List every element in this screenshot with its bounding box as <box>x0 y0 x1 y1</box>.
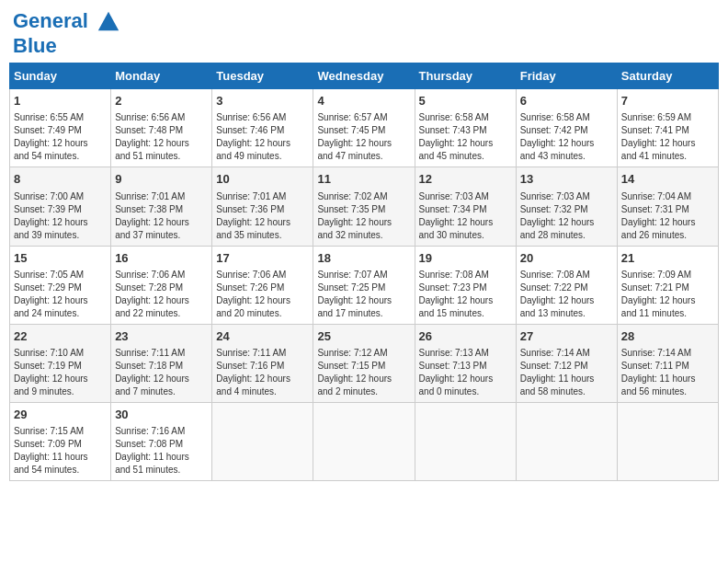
calendar-cell: 2Sunrise: 6:56 AMSunset: 7:48 PMDaylight… <box>111 89 212 167</box>
calendar-cell: 28Sunrise: 7:14 AMSunset: 7:11 PMDayligh… <box>617 324 718 402</box>
day-number: 14 <box>621 171 714 188</box>
calendar-table: SundayMondayTuesdayWednesdayThursdayFrid… <box>9 63 719 481</box>
day-info: Sunrise: 7:09 AMSunset: 7:21 PMDaylight:… <box>621 269 714 320</box>
day-number: 6 <box>520 93 613 109</box>
logo-text: General <box>13 9 121 35</box>
calendar-cell: 6Sunrise: 6:58 AMSunset: 7:42 PMDaylight… <box>516 89 617 167</box>
calendar-cell: 14Sunrise: 7:04 AMSunset: 7:31 PMDayligh… <box>617 167 718 246</box>
day-info: Sunrise: 7:05 AMSunset: 7:29 PMDaylight:… <box>14 269 107 320</box>
calendar-cell <box>212 402 313 480</box>
day-info: Sunrise: 7:10 AMSunset: 7:19 PMDaylight:… <box>14 347 107 398</box>
calendar-week-row: 29Sunrise: 7:15 AMSunset: 7:09 PMDayligh… <box>10 402 719 480</box>
day-number: 5 <box>419 93 512 109</box>
weekday-header: Wednesday <box>313 63 415 89</box>
day-number: 13 <box>520 171 613 188</box>
day-number: 23 <box>115 328 208 345</box>
day-info: Sunrise: 7:11 AMSunset: 7:16 PMDaylight:… <box>216 347 309 398</box>
day-info: Sunrise: 6:56 AMSunset: 7:46 PMDaylight:… <box>216 111 309 163</box>
day-number: 2 <box>115 93 208 109</box>
calendar-cell: 11Sunrise: 7:02 AMSunset: 7:35 PMDayligh… <box>313 167 415 246</box>
day-info: Sunrise: 7:12 AMSunset: 7:15 PMDaylight:… <box>317 347 410 398</box>
day-number: 7 <box>621 93 714 109</box>
calendar-cell <box>415 402 516 480</box>
day-number: 24 <box>216 328 309 345</box>
day-info: Sunrise: 7:03 AMSunset: 7:32 PMDaylight:… <box>520 190 613 242</box>
day-info: Sunrise: 6:57 AMSunset: 7:45 PMDaylight:… <box>317 111 410 163</box>
day-info: Sunrise: 6:56 AMSunset: 7:48 PMDaylight:… <box>115 111 208 163</box>
calendar-cell: 21Sunrise: 7:09 AMSunset: 7:21 PMDayligh… <box>617 246 718 324</box>
day-info: Sunrise: 7:15 AMSunset: 7:09 PMDaylight:… <box>14 425 107 477</box>
calendar-week-row: 1Sunrise: 6:55 AMSunset: 7:49 PMDaylight… <box>10 89 719 167</box>
day-info: Sunrise: 7:01 AMSunset: 7:38 PMDaylight:… <box>115 190 208 242</box>
logo: General Blue <box>13 9 121 57</box>
day-number: 16 <box>115 250 208 267</box>
day-info: Sunrise: 7:14 AMSunset: 7:12 PMDaylight:… <box>520 347 613 398</box>
calendar-cell: 18Sunrise: 7:07 AMSunset: 7:25 PMDayligh… <box>313 246 415 324</box>
day-info: Sunrise: 7:02 AMSunset: 7:35 PMDaylight:… <box>317 190 410 242</box>
day-number: 22 <box>14 328 107 345</box>
calendar-cell: 13Sunrise: 7:03 AMSunset: 7:32 PMDayligh… <box>516 167 617 246</box>
calendar-cell: 12Sunrise: 7:03 AMSunset: 7:34 PMDayligh… <box>415 167 516 246</box>
calendar-cell: 16Sunrise: 7:06 AMSunset: 7:28 PMDayligh… <box>111 246 212 324</box>
svg-marker-0 <box>98 12 119 31</box>
calendar-cell: 4Sunrise: 6:57 AMSunset: 7:45 PMDaylight… <box>313 89 415 167</box>
day-number: 15 <box>14 250 107 267</box>
calendar-cell: 19Sunrise: 7:08 AMSunset: 7:23 PMDayligh… <box>415 246 516 324</box>
calendar-cell: 27Sunrise: 7:14 AMSunset: 7:12 PMDayligh… <box>516 324 617 402</box>
calendar-cell <box>617 402 718 480</box>
day-info: Sunrise: 7:16 AMSunset: 7:08 PMDaylight:… <box>115 425 208 477</box>
weekday-header: Tuesday <box>212 63 313 89</box>
day-info: Sunrise: 7:01 AMSunset: 7:36 PMDaylight:… <box>216 190 309 242</box>
calendar-week-row: 8Sunrise: 7:00 AMSunset: 7:39 PMDaylight… <box>10 167 719 246</box>
weekday-header: Thursday <box>415 63 516 89</box>
day-number: 28 <box>621 328 714 345</box>
day-number: 21 <box>621 250 714 267</box>
day-info: Sunrise: 7:00 AMSunset: 7:39 PMDaylight:… <box>14 190 107 242</box>
calendar-cell: 5Sunrise: 6:58 AMSunset: 7:43 PMDaylight… <box>415 89 516 167</box>
calendar-cell: 1Sunrise: 6:55 AMSunset: 7:49 PMDaylight… <box>10 89 111 167</box>
day-info: Sunrise: 7:08 AMSunset: 7:23 PMDaylight:… <box>419 269 512 320</box>
day-number: 25 <box>317 328 410 345</box>
day-info: Sunrise: 7:13 AMSunset: 7:13 PMDaylight:… <box>419 347 512 398</box>
day-number: 8 <box>14 171 107 188</box>
calendar-cell: 26Sunrise: 7:13 AMSunset: 7:13 PMDayligh… <box>415 324 516 402</box>
calendar-cell: 8Sunrise: 7:00 AMSunset: 7:39 PMDaylight… <box>10 167 111 246</box>
page-header: General Blue <box>9 9 719 57</box>
calendar-cell: 25Sunrise: 7:12 AMSunset: 7:15 PMDayligh… <box>313 324 415 402</box>
day-number: 4 <box>317 93 410 109</box>
calendar-cell: 23Sunrise: 7:11 AMSunset: 7:18 PMDayligh… <box>111 324 212 402</box>
day-info: Sunrise: 7:04 AMSunset: 7:31 PMDaylight:… <box>621 190 714 242</box>
day-info: Sunrise: 7:11 AMSunset: 7:18 PMDaylight:… <box>115 347 208 398</box>
calendar-cell: 29Sunrise: 7:15 AMSunset: 7:09 PMDayligh… <box>10 402 111 480</box>
day-number: 26 <box>419 328 512 345</box>
day-number: 27 <box>520 328 613 345</box>
day-info: Sunrise: 7:14 AMSunset: 7:11 PMDaylight:… <box>621 347 714 398</box>
day-number: 11 <box>317 171 410 188</box>
day-number: 29 <box>14 407 107 423</box>
day-number: 17 <box>216 250 309 267</box>
calendar-cell <box>313 402 415 480</box>
day-info: Sunrise: 7:03 AMSunset: 7:34 PMDaylight:… <box>419 190 512 242</box>
calendar-cell: 3Sunrise: 6:56 AMSunset: 7:46 PMDaylight… <box>212 89 313 167</box>
day-number: 1 <box>14 93 107 109</box>
day-info: Sunrise: 6:58 AMSunset: 7:43 PMDaylight:… <box>419 111 512 163</box>
calendar-week-row: 22Sunrise: 7:10 AMSunset: 7:19 PMDayligh… <box>10 324 719 402</box>
day-info: Sunrise: 6:55 AMSunset: 7:49 PMDaylight:… <box>14 111 107 163</box>
day-number: 20 <box>520 250 613 267</box>
day-info: Sunrise: 6:59 AMSunset: 7:41 PMDaylight:… <box>621 111 714 163</box>
day-number: 18 <box>317 250 410 267</box>
day-info: Sunrise: 7:08 AMSunset: 7:22 PMDaylight:… <box>520 269 613 320</box>
day-info: Sunrise: 7:07 AMSunset: 7:25 PMDaylight:… <box>317 269 410 320</box>
weekday-header: Saturday <box>617 63 718 89</box>
logo-blue: Blue <box>13 35 121 57</box>
day-number: 9 <box>115 171 208 188</box>
calendar-week-row: 15Sunrise: 7:05 AMSunset: 7:29 PMDayligh… <box>10 246 719 324</box>
calendar-cell: 24Sunrise: 7:11 AMSunset: 7:16 PMDayligh… <box>212 324 313 402</box>
weekday-header: Monday <box>111 63 212 89</box>
day-number: 10 <box>216 171 309 188</box>
calendar-cell: 30Sunrise: 7:16 AMSunset: 7:08 PMDayligh… <box>111 402 212 480</box>
day-number: 3 <box>216 93 309 109</box>
calendar-cell: 20Sunrise: 7:08 AMSunset: 7:22 PMDayligh… <box>516 246 617 324</box>
calendar-cell: 17Sunrise: 7:06 AMSunset: 7:26 PMDayligh… <box>212 246 313 324</box>
calendar-cell: 15Sunrise: 7:05 AMSunset: 7:29 PMDayligh… <box>10 246 111 324</box>
